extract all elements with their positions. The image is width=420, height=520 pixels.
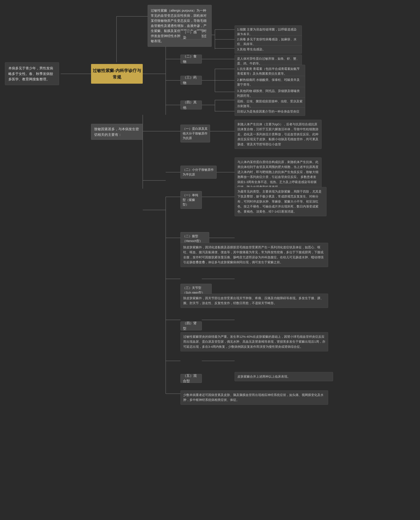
cause4-label: （四）其他 — [180, 101, 202, 109]
type4-text-box: 过敏性紫癜肾炎的病情最为严重。发生率12%-40%在皮肤紫癜的基础上，因肾小球毛… — [180, 332, 328, 351]
cause3-item3-text: 3.其他药物 磺胺类、阿托品、异烟肼及噻嗪类利尿药等。 — [237, 89, 300, 97]
type1-label-text: （一）单纯型（紫癜型） — [183, 193, 198, 206]
main-title-box: 过敏性紫癜-内科学诊疗与常规 — [91, 64, 143, 84]
patho-center-box: 致敏因素甚多，与本病发生密切相关的主要有： — [91, 124, 143, 140]
cause4-item2-text: 目前认为是免疫因素介导的一种全身血管炎症 — [237, 110, 300, 113]
cause2-label-text: （二）食物 — [183, 54, 199, 64]
patho2-label: （二）小分子致敏原作为半抗原 — [180, 166, 217, 179]
type1-label: （一）单纯型（紫癜型） — [180, 191, 202, 209]
patho1-label-text: （一）蛋白尿及其他大分子致敏原作为抗原 — [183, 127, 208, 140]
cause1-label: （一）感染 — [180, 30, 202, 39]
overview-box: 过敏性紫癜（allergic purpura）为一种常见的血管变态反应性疾病，因… — [148, 5, 212, 47]
type5-label: （五）混合型 — [180, 374, 202, 383]
patho1-label: （一）蛋白尿及其他大分子致敏原作为抗原 — [180, 125, 210, 142]
type5-label-text: （五）混合型 — [183, 373, 199, 384]
type2-text-box: 除皮肤紫癜外，因消化道黏膜及器膜脏层毛细血管受累而产生一系列消化道症状及体征，如… — [180, 243, 328, 267]
sidebar-info-text: 本病多见于青少年，男性发病略多于女性。春、秋季发病较多医学、教育网搜集整理。 — [8, 66, 53, 81]
type5-text-content: 皮肤紫癜合并上述两种以上临床表现。 — [237, 375, 290, 378]
cause4-item1-text: 花粉、尘埃、菌苗或疫苗接种、虫咬、受凉及紫冷刺激等。 — [237, 100, 302, 108]
cause2-text-content: 是人体对异性蛋白过敏所致，如鱼、虾、蟹、蛋、鸡、牛奶等。 — [237, 57, 300, 65]
cause3-item1-text: 1.抗生素类 青霉素（包括半合成青霉素如氨苄青霉素等）及头孢菌素类抗生素等。 — [237, 67, 300, 75]
type2-label-text: （二）腹型（Henoch型） — [183, 234, 203, 243]
patho2-text-content: 与人体内某些蛋白质结合构成抗原，刺激机体产生抗体。此类抗体结到于血管及其周围的肥… — [237, 160, 318, 189]
type2-text-content: 除皮肤紫癜外，因消化道黏膜及器膜脏层毛细血管受累而产生一系列消化道症状及体征，如… — [183, 245, 323, 264]
cause3-item2-text: 2.解热镇痛药 水杨酸类、保泰松、吲哚美辛及塞宁类等。 — [237, 78, 300, 86]
patho2-text-box: 与人体内某些蛋白质结合构成抗原，刺激机体产生抗体。此类抗体结到于血管及其周围的肥… — [235, 157, 322, 192]
type3-text-box: 除皮肤紫癜外，因关节部位血管受累出现关节肿胀、疼痛、压痛及功能障碍等表现。多发生… — [180, 294, 328, 308]
type1-text-content: 为最常见的类型。主要表现为皮肤紫癜，局限于四肢，尤其是下肢及臀部，躯干极少累及，… — [237, 190, 322, 213]
type1-text-box: 为最常见的类型。主要表现为皮肤紫癜，局限于四肢，尤其是下肢及臀部，躯干极少累及，… — [235, 187, 326, 216]
extra-text-content: 少数本病重者还可因病变累及皮肤、脑及脑膜血管而出现相应神经系统症状，如头痛、视网… — [183, 393, 323, 401]
cause2-label: （二）食物 — [180, 55, 202, 63]
type5-text-box: 皮肤紫癜合并上述两种以上临床表现。 — [235, 372, 333, 381]
extra-text-box: 少数本病重者还可因病变累及皮肤、脑及脑膜血管而出现相应神经系统症状，如头痛、视网… — [180, 390, 328, 405]
cause3-label: （三）药物 — [180, 76, 202, 85]
cause4-label-text: （四）其他 — [183, 100, 199, 110]
sidebar-info-box: 本病多见于青少年，男性发病略多于女性。春、秋季发病较多医学、教育网搜集整理。 — [5, 62, 59, 85]
cause1-item3-text: 3.其他 寄生虫感染。 — [237, 48, 265, 51]
type3-text-content: 除皮肤紫癜外，因关节部位血管受累出现关节肿胀、疼痛、压痛及功能障碍等表现。多发生… — [183, 297, 323, 305]
patho-center-text: 致敏因素甚多，与本病发生密切相关的主要有： — [94, 127, 139, 136]
type4-label-text: （四）肾型 — [183, 320, 199, 331]
type3-label-text: （三）关节型（Sch nlein型） — [183, 286, 205, 294]
cause4-item2: 目前认为是免疫因素介导的一种全身血管炎症 — [235, 107, 305, 116]
main-title-text: 过敏性紫癜-内科学诊疗与常规 — [93, 67, 141, 81]
cause1-label-text: （一）感染 — [183, 30, 199, 40]
cause3-label-text: （三）药物 — [183, 75, 199, 85]
type4-text-content: 过敏性紫癜肾炎的病情最为严重。发生率12%-40%在皮肤紫癜的基础上，因肾小球毛… — [183, 335, 325, 349]
patho2-label-text: （二）小分子致敏原作为半抗原 — [183, 168, 214, 176]
cause1-item1-text: 1.细菌 主要为溶血性链球菌，以呼吸道感染最为多见。 — [237, 28, 297, 36]
cause1-item3: 3.其他 寄生虫感染。 — [235, 45, 302, 54]
patho1-text-content: 刺激人体产生抗体（主要为IgG），后者与抗原结合成抗原抗体复合物，沉积于五脏六腑… — [237, 123, 318, 146]
type4-label: （四）肾型 — [180, 321, 202, 330]
patho1-text-box: 刺激人体产生抗体（主要为IgG），后者与抗原结合成抗原抗体复合物，沉积于五脏六腑… — [235, 120, 322, 149]
cause1-item2-text: 2.病毒 多见于发疹性病毒感染，如麻疹、水痘、风疹等。 — [237, 37, 297, 46]
